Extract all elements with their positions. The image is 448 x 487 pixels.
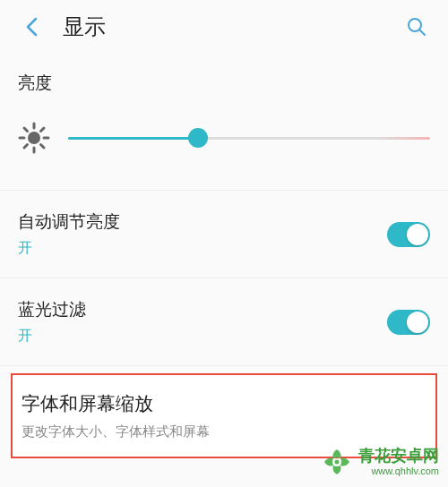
svg-line-9 [24,145,28,149]
watermark-url: www.qhhlv.com [371,466,439,477]
svg-line-8 [41,145,45,149]
svg-line-7 [24,128,28,132]
auto-brightness-status: 开 [18,239,120,258]
blue-light-toggle[interactable] [387,310,430,335]
blue-light-status: 开 [18,327,86,346]
content-area: 亮度 [0,54,448,458]
watermark: 青花安卓网 www.qhhlv.com [321,446,439,478]
brightness-section: 亮度 [0,54,448,191]
brightness-control [18,113,430,172]
slider-thumb[interactable] [188,128,208,148]
sun-icon [18,122,50,154]
clover-icon [321,446,353,478]
toggle-thumb [407,224,428,245]
setting-text: 蓝光过滤 开 [18,298,86,346]
back-button[interactable] [18,13,45,40]
header-bar: 显示 [0,0,448,54]
watermark-text: 青花安卓网 www.qhhlv.com [358,447,439,478]
svg-line-10 [41,128,45,132]
slider-fill [68,137,198,140]
svg-line-1 [419,30,425,35]
font-zoom-label: 字体和屏幕缩放 [22,391,426,416]
chevron-left-icon [25,17,38,37]
auto-brightness-toggle[interactable] [387,222,430,247]
font-zoom-desc: 更改字体大小、字体样式和屏幕 [22,423,426,440]
brightness-slider[interactable] [68,127,430,149]
search-button[interactable] [403,13,430,40]
watermark-title: 青花安卓网 [358,447,439,466]
brightness-label: 亮度 [18,72,430,95]
auto-brightness-label: 自动调节亮度 [18,210,120,234]
svg-point-12 [335,460,340,465]
setting-text: 自动调节亮度 开 [18,210,120,258]
blue-light-row[interactable]: 蓝光过滤 开 [0,278,448,366]
toggle-thumb [407,312,428,333]
blue-light-label: 蓝光过滤 [18,298,86,321]
page-title: 显示 [63,13,106,41]
svg-point-2 [28,132,40,144]
auto-brightness-row[interactable]: 自动调节亮度 开 [0,191,448,278]
search-icon [406,16,427,38]
